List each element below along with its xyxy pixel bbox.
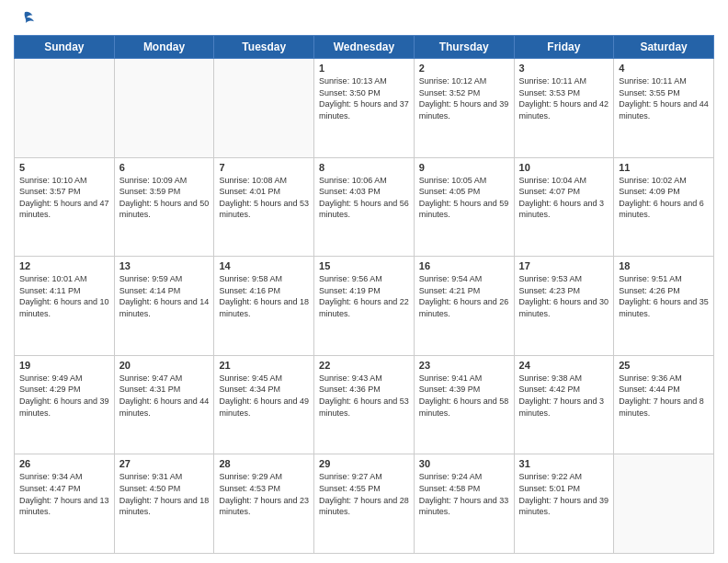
calendar-cell: 4Sunrise: 10:11 AM Sunset: 3:55 PM Dayli… — [614, 59, 714, 158]
calendar-cell: 21Sunrise: 9:45 AM Sunset: 4:34 PM Dayli… — [214, 355, 314, 454]
day-number: 12 — [19, 260, 109, 271]
day-info: Sunrise: 9:43 AM Sunset: 4:36 PM Dayligh… — [319, 373, 409, 419]
header — [14, 9, 714, 28]
calendar-cell: 30Sunrise: 9:24 AM Sunset: 4:58 PM Dayli… — [414, 454, 514, 554]
day-info: Sunrise: 9:47 AM Sunset: 4:31 PM Dayligh… — [119, 373, 210, 419]
day-number: 31 — [519, 458, 609, 469]
day-info: Sunrise: 9:53 AM Sunset: 4:23 PM Dayligh… — [519, 273, 609, 319]
day-info: Sunrise: 9:27 AM Sunset: 4:55 PM Dayligh… — [319, 471, 409, 517]
calendar-cell — [114, 59, 214, 158]
calendar-cell: 8Sunrise: 10:06 AM Sunset: 4:03 PM Dayli… — [314, 157, 415, 257]
day-info: Sunrise: 10:13 AM Sunset: 3:50 PM Daylig… — [319, 75, 409, 121]
calendar-cell: 12Sunrise: 10:01 AM Sunset: 4:11 PM Dayl… — [15, 257, 115, 356]
day-number: 29 — [319, 458, 409, 469]
day-info: Sunrise: 10:11 AM Sunset: 3:55 PM Daylig… — [619, 75, 709, 121]
day-info: Sunrise: 10:11 AM Sunset: 3:53 PM Daylig… — [519, 75, 609, 121]
day-number: 11 — [619, 162, 709, 173]
calendar-cell: 29Sunrise: 9:27 AM Sunset: 4:55 PM Dayli… — [314, 454, 415, 554]
logo-bird-icon — [16, 9, 34, 28]
calendar-cell: 18Sunrise: 9:51 AM Sunset: 4:26 PM Dayli… — [614, 257, 714, 356]
day-info: Sunrise: 10:08 AM Sunset: 4:01 PM Daylig… — [219, 175, 309, 221]
day-number: 5 — [19, 162, 109, 173]
day-number: 25 — [619, 360, 709, 371]
calendar-cell: 11Sunrise: 10:02 AM Sunset: 4:09 PM Dayl… — [614, 157, 714, 257]
calendar: SundayMondayTuesdayWednesdayThursdayFrid… — [14, 35, 714, 554]
calendar-cell — [614, 454, 714, 554]
calendar-cell: 16Sunrise: 9:54 AM Sunset: 4:21 PM Dayli… — [414, 257, 514, 356]
day-info: Sunrise: 9:29 AM Sunset: 4:53 PM Dayligh… — [219, 471, 309, 517]
day-number: 15 — [319, 260, 409, 271]
day-number: 3 — [519, 63, 609, 74]
calendar-cell: 25Sunrise: 9:36 AM Sunset: 4:44 PM Dayli… — [614, 355, 714, 454]
day-number: 1 — [319, 63, 409, 74]
day-info: Sunrise: 9:58 AM Sunset: 4:16 PM Dayligh… — [219, 273, 309, 319]
day-number: 23 — [419, 360, 509, 371]
calendar-cell: 20Sunrise: 9:47 AM Sunset: 4:31 PM Dayli… — [114, 355, 214, 454]
day-number: 9 — [419, 162, 509, 173]
calendar-cell: 13Sunrise: 9:59 AM Sunset: 4:14 PM Dayli… — [114, 257, 214, 356]
day-info: Sunrise: 10:05 AM Sunset: 4:05 PM Daylig… — [419, 175, 509, 221]
weekday-header-tuesday: Tuesday — [214, 36, 314, 59]
day-info: Sunrise: 10:06 AM Sunset: 4:03 PM Daylig… — [319, 175, 409, 221]
day-info: Sunrise: 10:01 AM Sunset: 4:11 PM Daylig… — [19, 273, 109, 319]
calendar-cell: 2Sunrise: 10:12 AM Sunset: 3:52 PM Dayli… — [414, 59, 514, 158]
day-number: 17 — [519, 260, 609, 271]
logo — [14, 9, 34, 28]
day-number: 24 — [519, 360, 609, 371]
calendar-cell: 5Sunrise: 10:10 AM Sunset: 3:57 PM Dayli… — [15, 157, 115, 257]
calendar-cell: 7Sunrise: 10:08 AM Sunset: 4:01 PM Dayli… — [214, 157, 314, 257]
calendar-cell: 22Sunrise: 9:43 AM Sunset: 4:36 PM Dayli… — [314, 355, 415, 454]
weekday-header-friday: Friday — [514, 36, 614, 59]
calendar-cell: 10Sunrise: 10:04 AM Sunset: 4:07 PM Dayl… — [514, 157, 614, 257]
day-info: Sunrise: 9:24 AM Sunset: 4:58 PM Dayligh… — [419, 471, 509, 517]
day-info: Sunrise: 9:36 AM Sunset: 4:44 PM Dayligh… — [619, 373, 709, 419]
day-number: 20 — [119, 360, 210, 371]
day-number: 14 — [219, 260, 309, 271]
calendar-cell — [214, 59, 314, 158]
day-info: Sunrise: 9:41 AM Sunset: 4:39 PM Dayligh… — [419, 373, 509, 419]
day-info: Sunrise: 9:31 AM Sunset: 4:50 PM Dayligh… — [119, 471, 210, 517]
day-info: Sunrise: 9:22 AM Sunset: 5:01 PM Dayligh… — [519, 471, 609, 517]
day-info: Sunrise: 9:45 AM Sunset: 4:34 PM Dayligh… — [219, 373, 309, 419]
calendar-cell: 31Sunrise: 9:22 AM Sunset: 5:01 PM Dayli… — [514, 454, 614, 554]
calendar-cell — [15, 59, 115, 158]
day-number: 18 — [619, 260, 709, 271]
day-number: 26 — [19, 458, 109, 469]
day-number: 28 — [219, 458, 309, 469]
calendar-cell: 23Sunrise: 9:41 AM Sunset: 4:39 PM Dayli… — [414, 355, 514, 454]
calendar-cell: 27Sunrise: 9:31 AM Sunset: 4:50 PM Dayli… — [114, 454, 214, 554]
day-info: Sunrise: 9:49 AM Sunset: 4:29 PM Dayligh… — [19, 373, 109, 419]
day-info: Sunrise: 9:56 AM Sunset: 4:19 PM Dayligh… — [319, 273, 409, 319]
day-number: 7 — [219, 162, 309, 173]
day-number: 16 — [419, 260, 509, 271]
calendar-cell: 3Sunrise: 10:11 AM Sunset: 3:53 PM Dayli… — [514, 59, 614, 158]
day-info: Sunrise: 10:09 AM Sunset: 3:59 PM Daylig… — [119, 175, 210, 221]
day-number: 30 — [419, 458, 509, 469]
day-number: 19 — [19, 360, 109, 371]
day-number: 6 — [119, 162, 210, 173]
day-number: 4 — [619, 63, 709, 74]
calendar-cell: 14Sunrise: 9:58 AM Sunset: 4:16 PM Dayli… — [214, 257, 314, 356]
day-number: 21 — [219, 360, 309, 371]
weekday-header-monday: Monday — [114, 36, 214, 59]
day-number: 13 — [119, 260, 210, 271]
calendar-cell: 17Sunrise: 9:53 AM Sunset: 4:23 PM Dayli… — [514, 257, 614, 356]
day-number: 8 — [319, 162, 409, 173]
day-number: 10 — [519, 162, 609, 173]
calendar-cell: 28Sunrise: 9:29 AM Sunset: 4:53 PM Dayli… — [214, 454, 314, 554]
calendar-cell: 24Sunrise: 9:38 AM Sunset: 4:42 PM Dayli… — [514, 355, 614, 454]
weekday-header-thursday: Thursday — [414, 36, 514, 59]
day-info: Sunrise: 9:54 AM Sunset: 4:21 PM Dayligh… — [419, 273, 509, 319]
calendar-cell: 9Sunrise: 10:05 AM Sunset: 4:05 PM Dayli… — [414, 157, 514, 257]
day-info: Sunrise: 9:34 AM Sunset: 4:47 PM Dayligh… — [19, 471, 109, 517]
day-info: Sunrise: 10:02 AM Sunset: 4:09 PM Daylig… — [619, 175, 709, 221]
calendar-cell: 26Sunrise: 9:34 AM Sunset: 4:47 PM Dayli… — [15, 454, 115, 554]
weekday-header-saturday: Saturday — [614, 36, 714, 59]
day-info: Sunrise: 9:51 AM Sunset: 4:26 PM Dayligh… — [619, 273, 709, 319]
day-number: 22 — [319, 360, 409, 371]
calendar-cell: 1Sunrise: 10:13 AM Sunset: 3:50 PM Dayli… — [314, 59, 415, 158]
day-number: 2 — [419, 63, 509, 74]
day-number: 27 — [119, 458, 210, 469]
day-info: Sunrise: 10:04 AM Sunset: 4:07 PM Daylig… — [519, 175, 609, 221]
weekday-header-sunday: Sunday — [15, 36, 115, 59]
